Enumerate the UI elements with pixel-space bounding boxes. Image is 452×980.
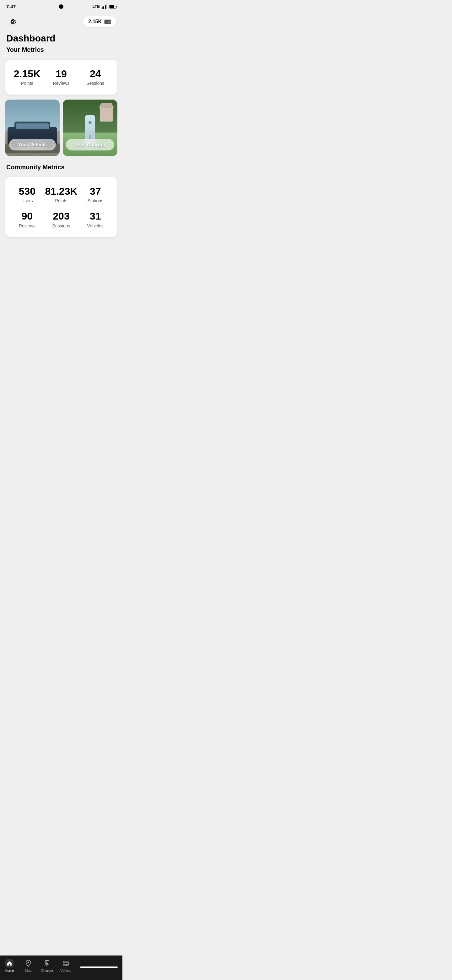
signal-bar-4 [106,5,107,9]
camera-notch [59,5,63,9]
page-title: Dashboard [0,32,122,45]
settings-button[interactable] [6,15,19,28]
status-time: 7:47 [6,4,16,9]
community-stations-metric: 37 Stations [78,186,113,203]
community-metrics-row-1: 530 Users 81.23K Points 37 Stations [10,186,113,203]
your-metrics-section-title: Your Metrics [0,45,122,57]
charger-unit-display [89,121,92,124]
reviews-label: Reviews [53,81,70,86]
points-value: 2.15K [14,68,41,80]
reviews-value: 19 [56,68,67,80]
community-users-value: 530 [19,186,35,197]
community-reviews-label: Reviews [19,223,35,228]
vehicle-window [16,123,49,129]
reviews-metric: 19 Reviews [44,68,78,86]
points-metric: 2.15K Points [10,68,44,86]
battery-fill [110,5,114,8]
vehicle-card[interactable]: Your Vehicle [5,100,60,156]
community-sessions-label: Sessions [52,223,70,228]
community-metrics-card: 530 Users 81.23K Points 37 Stations 90 R… [5,177,117,237]
charger-card-label: Your Charger [66,139,114,150]
battery-icon [109,5,116,8]
points-label: Points [21,81,33,86]
lte-indicator: LTE [92,4,100,9]
header: 2.15K [0,12,122,32]
points-badge-value: 2.15K [88,19,102,24]
community-vehicles-value: 31 [90,211,101,222]
community-metrics-row-2: 90 Reviews 203 Sessions 31 Vehicles [10,211,113,228]
community-points-value: 81.23K [45,186,77,197]
gear-icon [8,17,17,26]
community-vehicles-label: Vehicles [87,223,103,228]
community-reviews-metric: 90 Reviews [10,211,44,228]
community-section: Community Metrics 530 Users 81.23K Point… [0,162,122,237]
community-metrics-section-title: Community Metrics [0,162,122,175]
svg-rect-1 [108,21,111,23]
community-users-label: Users [21,198,33,203]
signal-bar-2 [103,6,104,9]
sessions-metric: 24 Sessions [78,68,113,86]
community-points-metric: 81.23K Points [44,186,78,203]
community-sessions-metric: 203 Sessions [44,211,78,228]
community-points-label: Points [55,198,68,203]
user-metrics-row: 2.15K Points 19 Reviews 24 Sessions [10,68,113,86]
user-metrics-card: 2.15K Points 19 Reviews 24 Sessions [5,60,117,95]
sessions-label: Sessions [86,81,104,86]
community-vehicles-metric: 31 Vehicles [78,211,113,228]
community-stations-value: 37 [90,186,101,197]
sessions-value: 24 [90,68,101,80]
status-right: LTE [92,4,116,9]
wallet-icon [104,19,111,24]
signal-bars [102,5,107,9]
vehicle-card-label: Your Vehicle [9,139,56,150]
signal-bar-1 [102,7,103,9]
image-cards-row: Your Vehicle Your Charger [5,100,117,156]
community-users-metric: 530 Users [10,186,44,203]
community-reviews-value: 90 [22,211,33,222]
charger-card[interactable]: Your Charger [63,100,117,156]
signal-bar-3 [105,5,106,9]
points-badge[interactable]: 2.15K [83,16,116,27]
charger-roof [98,103,114,108]
community-stations-label: Stations [87,198,103,203]
community-sessions-value: 203 [53,211,69,222]
